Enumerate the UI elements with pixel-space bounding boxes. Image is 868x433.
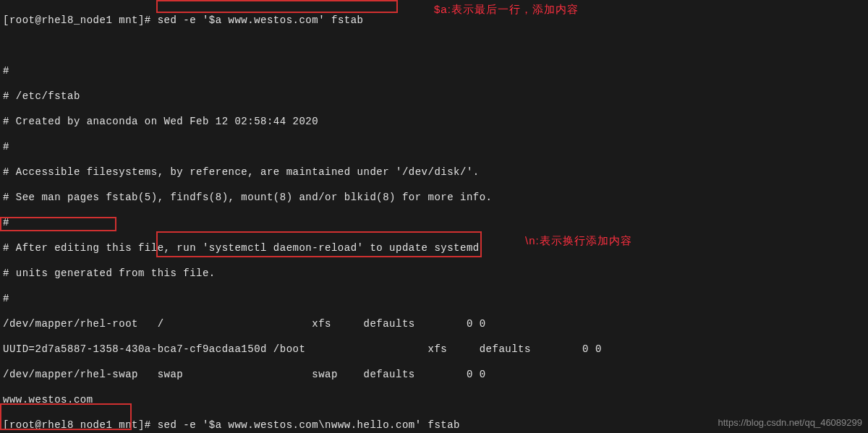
output-line: # <box>3 293 865 306</box>
annotation-2: \n:表示换行添加内容 <box>525 234 632 248</box>
output-line: # See man pages fstab(5), findfs(8), mou… <box>3 192 865 205</box>
command-2: sed -e '$a www.westos.com\nwww.hello.com… <box>158 419 460 431</box>
output-line: # After editing this file, run 'systemct… <box>3 242 865 255</box>
annotation-1: $a:表示最后一行，添加内容 <box>434 3 579 17</box>
shell-prompt-1: [root@rhel8_node1 mnt]# <box>3 14 158 26</box>
output-line: /dev/mapper/rhel-swap swap swap defaults… <box>3 369 865 382</box>
output-line: # Created by anaconda on Wed Feb 12 02:5… <box>3 116 865 129</box>
terminal-output[interactable]: [root@rhel8_node1 mnt]# sed -e '$a www.w… <box>3 1 865 433</box>
shell-prompt-2: [root@rhel8_node1 mnt]# <box>3 419 158 431</box>
output-line: www.westos.com <box>3 394 865 407</box>
output-line: UUID=2d7a5887-1358-430a-bca7-cf9acdaa150… <box>3 343 865 356</box>
command-1: sed -e '$a www.westos.com' fstab <box>158 14 364 26</box>
output-line: # units generated from this file. <box>3 267 865 280</box>
output-line: # /etc/fstab <box>3 90 865 103</box>
output-line: /dev/mapper/rhel-root / xfs defaults 0 0 <box>3 318 865 331</box>
output-line: # <box>3 65 865 78</box>
output-line: # <box>3 217 865 230</box>
output-line: # <box>3 141 865 154</box>
watermark-text: https://blog.csdn.net/qq_46089299 <box>718 417 863 429</box>
output-line: # Accessible filesystems, by reference, … <box>3 166 865 179</box>
